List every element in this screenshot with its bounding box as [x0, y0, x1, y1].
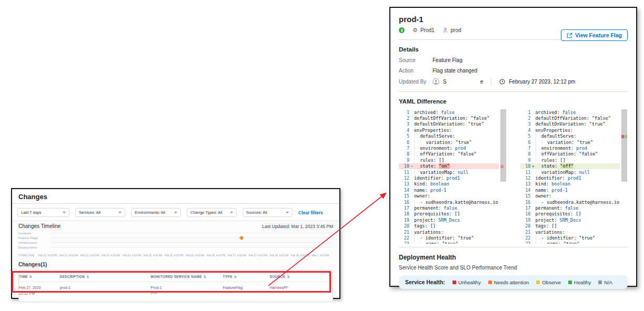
- yaml-line: 19project: SRM_Docs: [520, 217, 620, 223]
- legend-swatch: [488, 281, 492, 284]
- yaml-line: 4envProperties:: [520, 127, 620, 133]
- yaml-line: 1archived: false: [520, 109, 620, 115]
- yaml-code: defaultServe:: [414, 133, 499, 139]
- diff-sign: +: [531, 163, 536, 169]
- timeline-tick-label: Feb 22, 4:00 PM: [38, 254, 59, 257]
- yaml-line: 23 name: "true": [399, 241, 499, 244]
- legend-swatch: [568, 281, 572, 284]
- service-name: Prod-1: [150, 285, 223, 291]
- changes-count-label: Changes(1): [12, 258, 339, 270]
- chevron-down-icon: [118, 212, 122, 213]
- yaml-code: envProperties:: [414, 128, 499, 133]
- yaml-difference-heading: YAML Difference: [399, 98, 628, 105]
- legend-item-unhealthy: Unhealthy: [452, 279, 481, 285]
- changes-panel-header: Changes: [12, 189, 339, 204]
- line-number: 10: [520, 163, 531, 169]
- line-number: 1: [520, 110, 531, 115]
- clear-filters-link[interactable]: Clear filters: [298, 210, 323, 215]
- line-number: 11: [399, 170, 409, 175]
- line-number: 12: [399, 175, 409, 181]
- line-number: 17: [520, 205, 531, 211]
- column-header-type[interactable]: TYPE⇅: [223, 275, 269, 278]
- sort-icon[interactable]: ⇅: [86, 275, 89, 278]
- line-number: 4: [399, 128, 409, 133]
- view-feature-flag-button[interactable]: View Feature Flag: [561, 29, 628, 41]
- yaml-code: rules: []: [536, 158, 620, 163]
- timeline-event-marker[interactable]: [239, 235, 244, 240]
- timeline-row-label: Infrastructure: [18, 241, 51, 244]
- cell-time: Feb 27, 202312:12 PM: [19, 285, 59, 296]
- line-number: 20: [399, 223, 409, 229]
- diff-marker-removed: [500, 165, 504, 168]
- timeline-row-incidents: Incidents: [18, 231, 333, 235]
- yaml-code: kind: boolean: [536, 181, 620, 186]
- line-number: 1: [399, 110, 409, 115]
- line-number: 7: [399, 146, 409, 151]
- divider: [491, 78, 491, 85]
- sort-icon[interactable]: ⇅: [29, 275, 32, 278]
- flag-state-icon: [399, 27, 405, 33]
- yaml-code: - sudheendra.katte@harness.io: [414, 200, 499, 205]
- yaml-line: 9 rules: []: [520, 157, 620, 163]
- timeline-row-infrastructure: Infrastructure: [18, 240, 333, 245]
- yaml-code: archived: false: [414, 110, 499, 115]
- table-row[interactable]: Feb 27, 202312:12 PMprod-1Prod-1prodFeat…: [19, 282, 333, 302]
- column-header-label: DESCRIPTION: [59, 275, 85, 278]
- time-date: Feb 27, 2023: [19, 285, 59, 291]
- cell-type: FeatureFlag: [223, 285, 269, 296]
- yaml-line: 8 offVariation: "false": [520, 151, 620, 157]
- line-number: 20: [520, 223, 531, 229]
- yaml-line: 16 - sudheendra.katte@harness.io: [399, 199, 499, 205]
- changes-timeline-section: Changes Timeline Last Updated: Mar 1, 20…: [12, 221, 339, 258]
- line-number: 13: [399, 181, 409, 186]
- yaml-code: tags: []: [414, 223, 499, 229]
- column-header-time[interactable]: TIME⇅: [19, 275, 59, 278]
- left-scrollbar[interactable]: [500, 109, 507, 244]
- last-updated-text: Last Updated: Mar 1, 2023 3:45 PM: [262, 224, 333, 229]
- sort-icon[interactable]: ⇅: [287, 275, 289, 278]
- filter-dropdown-4[interactable]: Sources: All: [243, 208, 293, 217]
- line-number: 16: [520, 200, 531, 205]
- line-number: 23: [399, 241, 409, 244]
- service-meta: ⚙ Prod1: [412, 27, 435, 33]
- updated-by-label: Updated By: [399, 79, 432, 85]
- cell-description: prod-1: [59, 285, 150, 296]
- diff-marker-removed: [621, 135, 624, 138]
- line-number: 9: [520, 158, 531, 163]
- column-header-monitored-service-name[interactable]: MONITORED SERVICE NAME⇅: [150, 275, 223, 278]
- yaml-code: defaultServe:: [536, 133, 620, 139]
- source-label: Source: [399, 57, 432, 63]
- line-number: 18: [399, 211, 409, 216]
- diff-sign: −: [409, 163, 414, 169]
- timeline-title: Changes Timeline: [18, 223, 61, 229]
- timeline-tick-label: Feb 25, 4:00 AM: [144, 254, 165, 257]
- sort-icon[interactable]: ⇅: [234, 275, 237, 278]
- column-header-source[interactable]: SOURCE⇅: [270, 275, 333, 278]
- right-scrollbar[interactable]: [621, 109, 628, 244]
- yaml-diff-right-pane: 1archived: false2defaultOffVariation: "f…: [520, 109, 628, 244]
- yaml-line: 21variations:: [520, 229, 620, 235]
- line-number: 15: [399, 193, 409, 199]
- yaml-line: 20tags: []: [399, 223, 499, 229]
- line-number: 14: [520, 188, 531, 193]
- yaml-code: project: SRM_Docs: [536, 217, 620, 223]
- yaml-code: - sudheendra.katte@harness.io: [536, 200, 620, 205]
- yaml-code: kind: boolean: [414, 181, 499, 186]
- yaml-line: 6 variation: "true": [399, 139, 499, 145]
- yaml-code: archived: false: [536, 110, 620, 115]
- user-avatar-icon: [432, 78, 439, 85]
- line-number: 9: [399, 158, 409, 163]
- filter-dropdown-0[interactable]: Last 7 days: [17, 208, 69, 217]
- timeline-tick-label: Feb 24, 4:00 AM: [102, 254, 123, 257]
- timeline-track: [51, 233, 333, 233]
- legend-label: Observe: [542, 279, 561, 285]
- filter-dropdown-3[interactable]: Change Types: All: [187, 208, 237, 217]
- yaml-line: 12identifier: prod1: [399, 175, 499, 181]
- yaml-line: 17permanent: false: [520, 205, 620, 211]
- yaml-code: variations:: [414, 230, 499, 235]
- yaml-line: 11 variationMap: null: [399, 169, 499, 175]
- column-header-description[interactable]: DESCRIPTION⇅: [59, 275, 150, 278]
- filter-dropdown-2[interactable]: Environments: All: [131, 208, 181, 217]
- sort-icon[interactable]: ⇅: [204, 275, 206, 278]
- filter-dropdown-1[interactable]: Services: All: [75, 208, 125, 217]
